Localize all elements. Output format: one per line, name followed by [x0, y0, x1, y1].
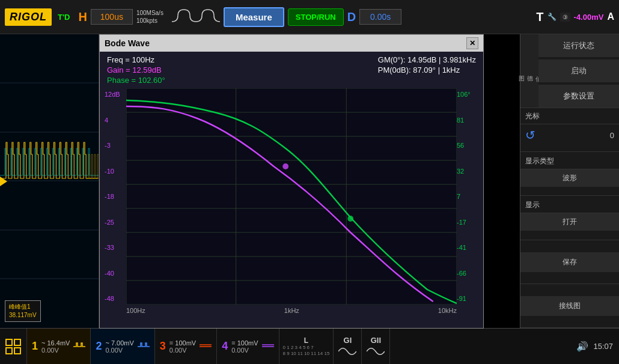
bode-gain: Gain = 12.59dB	[107, 65, 165, 74]
ch3-info: = 100mV 0.00V	[169, 339, 196, 354]
wiring-button[interactable]: 接线图	[520, 296, 619, 316]
y-left-3: -10	[105, 168, 126, 175]
bode-pm: PM(0dB): 87.09° | 1kHz	[378, 65, 476, 74]
ch1-offset: 0.00V	[41, 347, 70, 354]
channel-2-block[interactable]: 2 ~ 7.00mV 0.00V	[91, 329, 154, 364]
bode-gm: GM(0°): 14.95dB | 3.981kHz	[378, 55, 476, 64]
open-button[interactable]: 打开	[520, 213, 619, 231]
grid-icon	[5, 338, 22, 355]
y-left-4: -18	[105, 193, 126, 200]
y-axis-left: 12dB 4 -3 -10 -18 -25 -33 -40 -48	[105, 88, 126, 305]
y-right-7: -66	[457, 270, 478, 277]
gii-block[interactable]: GII	[362, 329, 390, 364]
person-icon: 🔧	[547, 13, 556, 21]
volume-icon: 🔊	[576, 341, 588, 352]
y-left-6: -33	[105, 244, 126, 251]
sidebar-cursor-row: 光标 ↺ 0	[520, 109, 619, 152]
scope-area: 峰峰值1 38.117mV	[0, 34, 99, 328]
sidebar-run-state-row: 伯德图 运行状态 启动 参数设置	[520, 34, 619, 108]
x-label-2: 10kHz	[438, 307, 457, 314]
right-sidebar: 伯德图 运行状态 启动 参数设置 光标 ↺ 0 显示类型 波形 显示 打开 保存	[520, 34, 619, 328]
ch4-wave-icon	[262, 341, 274, 353]
channel-1-block[interactable]: 1 ~ 16.4mV 0.00V	[27, 329, 91, 364]
sidebar-display-row: 显示 打开	[520, 196, 619, 240]
h-badge: H	[78, 10, 87, 24]
scope-pointer	[0, 177, 7, 186]
bode-plot-container: 12dB 4 -3 -10 -18 -25 -33 -40 -48	[105, 88, 478, 305]
measure-button[interactable]: Measure	[224, 7, 284, 27]
stop-run-button[interactable]: STOP/RUN	[288, 8, 344, 26]
ch1-wave-icon	[73, 341, 85, 353]
param-button[interactable]: 参数设置	[538, 85, 619, 108]
y-left-5: -25	[105, 219, 126, 226]
bode-info-left: Freq = 100Hz Gain = 12.59dB Phase = 102.…	[107, 55, 165, 85]
display-label: 显示	[525, 201, 540, 209]
clock-time: 15:07	[593, 342, 613, 351]
bottom-right: 🔊 15:07	[570, 341, 619, 352]
svg-rect-25	[6, 348, 12, 354]
t-badge: T	[536, 10, 543, 24]
bode-info: Freq = 100Hz Gain = 12.59dB Phase = 102.…	[100, 52, 483, 88]
logic-channels: 0 1 2 3 4 5 6 7 8 9 10 11 10 11 14 15	[283, 345, 330, 356]
x-axis-labels: 100Hz 1kHz 10kHz	[126, 307, 457, 314]
sidebar-label-bode: 伯德图	[520, 34, 538, 108]
ch3-number: 3	[160, 340, 166, 353]
y-left-1: 4	[105, 117, 126, 124]
gi-block[interactable]: GI	[334, 329, 362, 364]
waveform-button[interactable]: 波形	[520, 169, 619, 187]
y-left-7: -40	[105, 270, 126, 277]
svg-rect-24	[14, 339, 20, 345]
start-button[interactable]: 启动	[538, 59, 619, 82]
ch1-info: ~ 16.4mV 0.00V	[41, 339, 70, 354]
cursor-label: 光标	[525, 111, 614, 121]
y-right-2: 56	[457, 142, 478, 149]
ch4-offset: 0.00V	[231, 347, 258, 354]
td-badge: T'D	[58, 13, 70, 22]
channel-3-block[interactable]: 3 = 100mV 0.00V	[155, 329, 217, 364]
save-button[interactable]: 保存	[520, 252, 619, 272]
y-left-2: -3	[105, 142, 126, 149]
ch3-volt-label: = 100mV	[169, 339, 196, 347]
y-right-6: -41	[457, 244, 478, 251]
y-axis-right: 106° 81 56 32 7 -17 -41 -66 -91	[457, 88, 478, 305]
time-display: 0.00s	[359, 9, 401, 25]
y-right-3: 32	[457, 168, 478, 175]
channel-4-block[interactable]: 4 = 100mV 0.00V	[217, 329, 279, 364]
logic-block[interactable]: L 0 1 2 3 4 5 6 7 8 9 10 11 10 11 14 15	[279, 329, 334, 364]
bode-close-button[interactable]: ✕	[466, 37, 478, 49]
logic-label: L	[304, 336, 308, 345]
sidebar-run-state-content: 运行状态 启动 参数设置	[538, 34, 619, 108]
bode-title: Bode Wave	[105, 38, 150, 48]
time-input[interactable]: 100us	[91, 9, 133, 25]
gi-label: GI	[344, 336, 352, 345]
run-state-button[interactable]: 运行状态	[538, 34, 619, 57]
ch1-ac-label: ~ 16.4mV	[41, 339, 70, 347]
y-right-5: -17	[457, 219, 478, 226]
top-right-area: 🔧 ③ -4.00mV A	[547, 11, 614, 22]
cursor-refresh-icon[interactable]: ↺	[525, 128, 535, 142]
x-label-1: 1kHz	[284, 307, 299, 314]
y-left-0: 12dB	[105, 91, 126, 98]
bode-dialog: Bode Wave ✕ Freq = 100Hz Gain = 12.59dB …	[99, 34, 484, 329]
bottom-bar: 1 ~ 16.4mV 0.00V 2 ~ 7.00mV 0.00V 3 = 10…	[0, 328, 619, 364]
ch2-info: ~ 7.00mV 0.00V	[105, 339, 133, 354]
ch3-wave-icon	[200, 341, 212, 353]
bode-title-bar: Bode Wave ✕	[100, 35, 483, 52]
ch4-info: = 100mV 0.00V	[231, 339, 258, 354]
bode-freq: Freq = 100Hz	[107, 55, 165, 64]
a-badge: A	[607, 11, 614, 22]
rigol-logo: RIGOL	[5, 8, 52, 26]
ch2-wave-icon	[138, 341, 150, 353]
sample-info: 100MSa/s 100kpts	[136, 9, 163, 25]
ch4-volt-label: = 100mV	[231, 339, 258, 347]
y-left-8: -48	[105, 295, 126, 302]
svg-rect-26	[14, 348, 20, 354]
y-right-8: -91	[457, 295, 478, 302]
y-right-0: 106°	[457, 91, 478, 98]
camera-icon: ③	[560, 13, 570, 22]
svg-point-21	[282, 163, 288, 169]
scope-waveform	[0, 34, 99, 328]
bode-plot-svg	[126, 88, 457, 305]
gi-wave-icon	[338, 346, 356, 357]
ch2-offset: 0.00V	[105, 347, 133, 354]
